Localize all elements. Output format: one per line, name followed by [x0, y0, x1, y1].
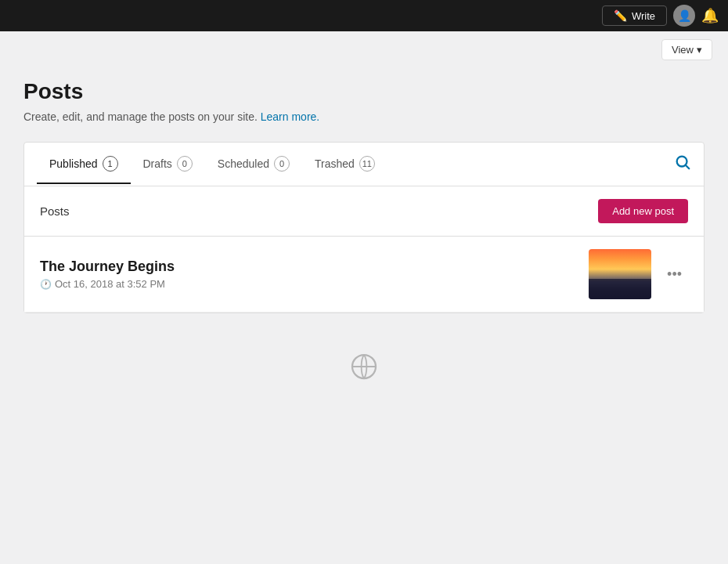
post-date-text: Oct 16, 2018 at 3:52 PM	[55, 278, 165, 290]
post-title[interactable]: The Journey Begins	[40, 258, 589, 275]
write-button[interactable]: ✏️ Write	[602, 5, 667, 26]
learn-more-link[interactable]: Learn more.	[261, 110, 319, 123]
tab-drafts-label: Drafts	[143, 157, 172, 170]
post-more-options-button[interactable]: •••	[661, 263, 688, 286]
tab-drafts[interactable]: Drafts 0	[131, 145, 205, 184]
tab-scheduled-label: Scheduled	[218, 157, 269, 170]
write-label: Write	[632, 10, 655, 22]
posts-section-label: Posts	[40, 204, 70, 218]
wordpress-logo	[350, 352, 378, 381]
svg-line-1	[686, 165, 689, 168]
footer	[23, 329, 705, 404]
tab-trashed-label: Trashed	[315, 157, 355, 170]
page-description: Create, edit, and manage the posts on yo…	[23, 110, 705, 123]
tab-drafts-count: 0	[177, 156, 193, 172]
post-date: 🕐 Oct 16, 2018 at 3:52 PM	[40, 278, 589, 290]
main-content: Posts Create, edit, and manage the posts…	[0, 60, 728, 423]
tab-published-label: Published	[49, 157, 98, 170]
add-new-post-button[interactable]: Add new post	[598, 199, 688, 223]
tab-published-count: 1	[103, 156, 118, 172]
post-item: The Journey Begins 🕐 Oct 16, 2018 at 3:5…	[24, 237, 704, 313]
chevron-down-icon: ▾	[697, 44, 702, 56]
tab-scheduled-count: 0	[274, 156, 290, 172]
view-button[interactable]: View ▾	[661, 39, 712, 60]
tab-scheduled[interactable]: Scheduled 0	[205, 145, 302, 184]
tab-trashed-count: 11	[359, 156, 375, 172]
avatar[interactable]: 👤	[673, 5, 695, 27]
view-label: View	[672, 44, 694, 56]
tab-trashed[interactable]: Trashed 11	[302, 145, 387, 184]
search-icon[interactable]	[674, 143, 691, 186]
tab-container: Published 1 Drafts 0 Scheduled 0 Trashed…	[23, 142, 705, 313]
topbar: ✏️ Write 👤 🔔	[0, 0, 728, 31]
post-info: The Journey Begins 🕐 Oct 16, 2018 at 3:5…	[40, 258, 589, 290]
tab-published[interactable]: Published 1	[37, 145, 131, 184]
post-thumbnail	[589, 249, 651, 299]
tabs: Published 1 Drafts 0 Scheduled 0 Trashed…	[24, 143, 704, 186]
posts-header: Posts Add new post	[24, 186, 704, 237]
page-title: Posts	[23, 79, 705, 104]
write-icon: ✏️	[614, 9, 627, 22]
view-bar: View ▾	[0, 31, 728, 60]
notification-icon[interactable]: 🔔	[701, 7, 719, 24]
clock-icon: 🕐	[40, 279, 52, 290]
description-text: Create, edit, and manage the posts on yo…	[23, 110, 258, 123]
